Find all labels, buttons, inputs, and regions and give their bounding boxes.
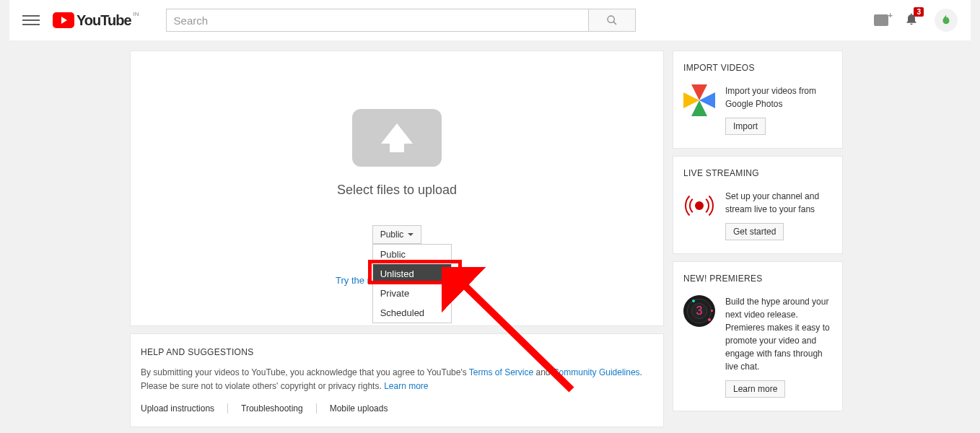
help-links: Upload instructions Troubleshooting Mobi…	[141, 403, 653, 414]
notification-badge: 3	[914, 7, 924, 17]
privacy-option-unlisted[interactable]: Unlisted	[373, 264, 451, 284]
privacy-option-scheduled[interactable]: Scheduled	[373, 303, 451, 323]
privacy-dropdown: PublicUnlistedPrivateScheduled	[372, 244, 452, 323]
divider	[316, 403, 317, 414]
flame-icon	[940, 12, 953, 28]
privacy-select: Public PublicUnlistedPrivateScheduled	[372, 225, 422, 244]
search-input[interactable]	[166, 9, 589, 32]
logo-text: YouTube	[76, 12, 131, 29]
premieres-card: NEW! PREMIERES 3 Build the hype around y…	[673, 261, 843, 411]
privacy-select-button[interactable]: Public	[372, 225, 422, 244]
learn-more-link[interactable]: Learn more	[384, 381, 428, 391]
help-card: HELP AND SUGGESTIONS By submitting your …	[130, 333, 664, 427]
try-new-link-right[interactable]: ce	[457, 275, 467, 286]
avatar[interactable]	[935, 9, 958, 32]
notifications-button[interactable]: 3	[904, 12, 919, 29]
svg-line-1	[613, 22, 616, 25]
header: YouTube IN 3	[9, 0, 971, 40]
community-guidelines-link[interactable]: Community Guidelines	[553, 367, 640, 377]
get-started-button[interactable]: Get started	[725, 223, 784, 240]
live-streaming-icon	[683, 190, 715, 222]
premieres-icon: 3	[683, 295, 715, 327]
divider	[227, 403, 228, 414]
country-code: IN	[134, 11, 139, 17]
import-button[interactable]: Import	[725, 118, 766, 135]
google-photos-icon	[683, 84, 715, 116]
create-video-icon[interactable]	[874, 14, 888, 26]
upload-instructions-link[interactable]: Upload instructions	[141, 403, 214, 414]
try-new-link-left[interactable]: Try the ne	[336, 275, 377, 286]
mobile-uploads-link[interactable]: Mobile uploads	[330, 403, 388, 414]
svg-point-0	[608, 16, 614, 22]
live-text: Set up your channel and stream live to y…	[725, 190, 832, 216]
premieres-text: Build the hype around your next video re…	[725, 295, 832, 373]
live-streaming-card: LIVE STREAMING Set up your channel and s…	[673, 156, 843, 254]
search-button[interactable]	[589, 9, 636, 32]
upload-title: Select files to upload	[337, 183, 457, 198]
troubleshooting-link[interactable]: Troubleshooting	[241, 403, 303, 414]
chevron-down-icon	[408, 233, 414, 236]
terms-of-service-link[interactable]: Terms of Service	[469, 367, 533, 377]
live-title: LIVE STREAMING	[683, 168, 832, 178]
premieres-learn-more-button[interactable]: Learn more	[725, 380, 785, 398]
help-body: By submitting your videos to YouTube, yo…	[141, 366, 653, 393]
hamburger-menu-icon[interactable]	[22, 12, 40, 29]
import-title: IMPORT VIDEOS	[683, 63, 832, 73]
premieres-title: NEW! PREMIERES	[683, 274, 832, 284]
upload-icon[interactable]	[352, 109, 442, 167]
import-text: Import your videos from Google Photos	[725, 84, 832, 110]
upload-card: Select files to upload Public PublicUnli…	[130, 51, 664, 326]
privacy-selected-label: Public	[380, 229, 404, 240]
privacy-option-public[interactable]: Public	[373, 245, 451, 264]
import-videos-card: IMPORT VIDEOS Import your videos from Go…	[673, 51, 843, 149]
play-icon	[53, 12, 74, 28]
header-actions: 3	[874, 9, 958, 32]
youtube-logo[interactable]: YouTube IN	[53, 12, 131, 29]
privacy-option-private[interactable]: Private	[373, 284, 451, 303]
help-title: HELP AND SUGGESTIONS	[141, 347, 653, 357]
search-group	[166, 9, 636, 32]
search-icon	[606, 14, 618, 26]
